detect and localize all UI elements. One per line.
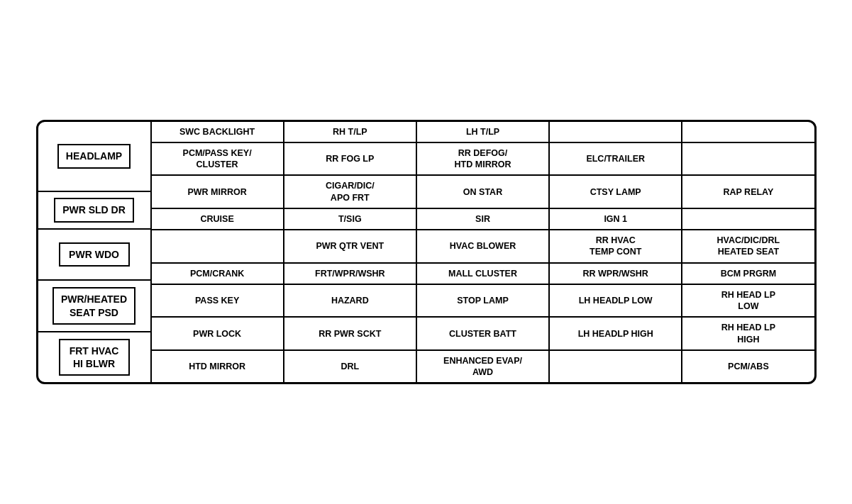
cell-r9c4 [550, 351, 682, 383]
cell-r3c2: CIGAR/DIC/ APO FRT [284, 176, 417, 208]
row-7: PASS KEY HAZARD STOP LAMP LH HEADLP LOW … [152, 285, 814, 318]
cell-r2c2: RR FOG LP [284, 143, 417, 175]
cell-r7c5: RH HEAD LP LOW [682, 285, 814, 317]
cell-r7c3: STOP LAMP [417, 285, 550, 317]
row-1: SWC BACKLIGHT RH T/LP LH T/LP [152, 122, 814, 143]
cell-r9c5: PCM/ABS [682, 351, 814, 383]
row-4: CRUISE T/SIG SIR IGN 1 [152, 209, 814, 230]
cell-r1c4 [550, 122, 682, 142]
cell-r2c3: RR DEFOG/ HTD MIRROR [417, 143, 550, 175]
cell-r3c5: RAP RELAY [682, 176, 814, 208]
left-cell-pwr-heated-seat: PWR/HEATED SEAT PSD [38, 281, 150, 332]
cell-r5c1 [152, 230, 284, 262]
pwr-heated-seat-label: PWR/HEATED SEAT PSD [52, 287, 135, 324]
left-cell-headlamp: HEADLAMP [38, 122, 150, 193]
cell-r3c1: PWR MIRROR [152, 176, 284, 208]
frt-hvac-label: FRT HVAC HI BLWR [59, 339, 130, 376]
cell-r7c4: LH HEADLP LOW [550, 285, 682, 317]
pwr-wdo-label: PWR WDO [59, 242, 130, 267]
cell-r1c3: LH T/LP [417, 122, 550, 142]
cell-r9c1: HTD MIRROR [152, 351, 284, 383]
row-9: HTD MIRROR DRL ENHANCED EVAP/ AWD PCM/AB… [152, 351, 814, 383]
cell-r8c2: RR PWR SCKT [284, 318, 417, 349]
cell-r2c4: ELC/TRAILER [550, 143, 682, 175]
cell-r8c4: LH HEADLP HIGH [550, 318, 682, 349]
row-5: PWR QTR VENT HVAC BLOWER RR HVAC TEMP CO… [152, 230, 814, 264]
cell-r4c1: CRUISE [152, 209, 284, 229]
right-grid: SWC BACKLIGHT RH T/LP LH T/LP PCM/PASS K… [152, 122, 814, 383]
row-3: PWR MIRROR CIGAR/DIC/ APO FRT ON STAR CT… [152, 176, 814, 209]
cell-r6c3: MALL CLUSTER [417, 264, 550, 284]
cell-r4c5 [682, 209, 814, 229]
cell-r9c2: DRL [284, 351, 417, 383]
row-6: PCM/CRANK FRT/WPR/WSHR MALL CLUSTER RR W… [152, 264, 814, 285]
cell-r3c4: CTSY LAMP [550, 176, 682, 208]
cell-r9c3: ENHANCED EVAP/ AWD [417, 351, 550, 383]
cell-r7c2: HAZARD [284, 285, 417, 317]
cell-r2c5 [682, 143, 814, 175]
cell-r5c5: HVAC/DIC/DRL HEATED SEAT [682, 230, 814, 262]
left-cell-pwr-wdo: PWR WDO [38, 230, 150, 281]
cell-r4c4: IGN 1 [550, 209, 682, 229]
left-cell-frt-hvac: FRT HVAC HI BLWR [38, 332, 150, 383]
cell-r3c3: ON STAR [417, 176, 550, 208]
row-2: PCM/PASS KEY/ CLUSTER RR FOG LP RR DEFOG… [152, 143, 814, 177]
cell-r4c3: SIR [417, 209, 550, 229]
left-cell-pwr-sld-dr: PWR SLD DR [38, 192, 150, 229]
cell-r5c4: RR HVAC TEMP CONT [550, 230, 682, 262]
cell-r8c5: RH HEAD LP HIGH [682, 318, 814, 349]
cell-r4c2: T/SIG [284, 209, 417, 229]
cell-r5c3: HVAC BLOWER [417, 230, 550, 262]
cell-r1c5 [682, 122, 814, 142]
cell-r6c4: RR WPR/WSHR [550, 264, 682, 284]
cell-r5c2: PWR QTR VENT [284, 230, 417, 262]
cell-r7c1: PASS KEY [152, 285, 284, 317]
headlamp-label: HEADLAMP [57, 144, 131, 168]
cell-r8c1: PWR LOCK [152, 318, 284, 349]
row-8: PWR LOCK RR PWR SCKT CLUSTER BATT LH HEA… [152, 318, 814, 351]
cell-r6c5: BCM PRGRM [682, 264, 814, 284]
fuse-box-diagram: HEADLAMP PWR SLD DR PWR WDO PWR/HEATED S… [36, 120, 817, 385]
left-labels-column: HEADLAMP PWR SLD DR PWR WDO PWR/HEATED S… [38, 122, 152, 383]
cell-r1c2: RH T/LP [284, 122, 417, 142]
cell-r8c3: CLUSTER BATT [417, 318, 550, 349]
cell-r1c1: SWC BACKLIGHT [152, 122, 284, 142]
cell-r6c1: PCM/CRANK [152, 264, 284, 284]
cell-r6c2: FRT/WPR/WSHR [284, 264, 417, 284]
cell-r2c1: PCM/PASS KEY/ CLUSTER [152, 143, 284, 175]
pwr-sld-dr-label: PWR SLD DR [54, 198, 134, 222]
